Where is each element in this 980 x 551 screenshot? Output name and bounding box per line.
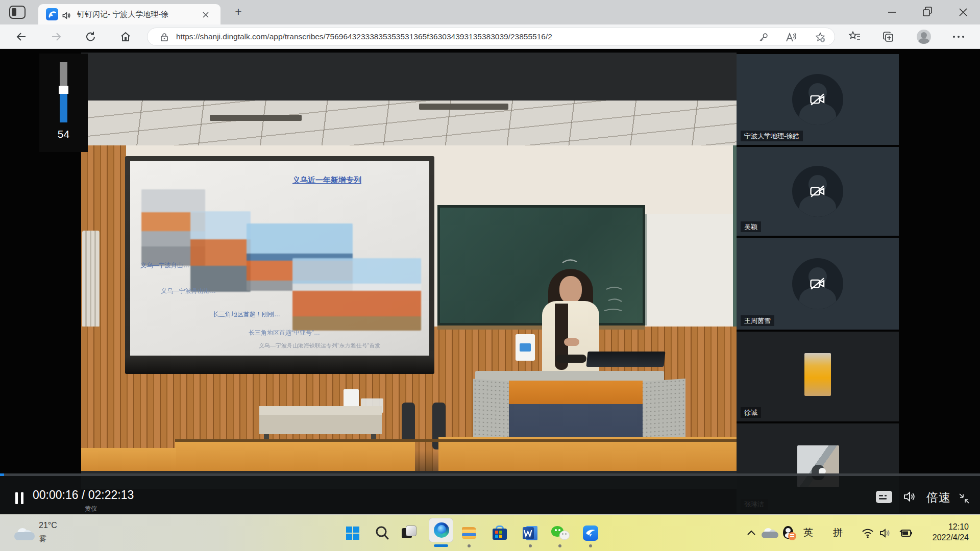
password-key-icon[interactable] [758, 32, 769, 45]
slide-caption: 义乌—宁波舟山港海铁联运专列“东方雅仕号”首发 [259, 342, 380, 349]
slide-photo-train [292, 258, 421, 331]
weather-temp: 21°C [39, 521, 57, 530]
wifi-icon[interactable] [861, 527, 875, 541]
browser-tab[interactable]: 钉钉闪记- 宁波大学地理-徐 [38, 4, 220, 24]
volume-osd: 54 [39, 54, 88, 152]
clock-date: 2022/4/24 [933, 532, 969, 543]
camera-off-icon [809, 91, 826, 108]
volume-slider-track[interactable] [60, 62, 67, 86]
progress-fill [0, 473, 4, 476]
url-text: https://shanji.dingtalk.com/app/transcri… [176, 32, 687, 41]
forward-button[interactable] [50, 31, 62, 43]
playback-speed-button[interactable]: 倍速 [926, 490, 951, 506]
volume-slider-thumb[interactable] [59, 86, 68, 94]
dingtalk-icon[interactable] [580, 523, 601, 543]
tab-title: 钉钉闪记- 宁波大学地理-徐 [77, 10, 200, 20]
projection-screen: 义乌近一年新增专列 义乌—宁波舟山… 义乌—宁波舟山港… 长三角地区首趟！刚刚…… [125, 156, 434, 374]
tab-audio-icon[interactable] [62, 11, 71, 22]
presenter-face [559, 276, 582, 304]
player-volume-icon[interactable] [902, 490, 916, 506]
refresh-button[interactable] [85, 31, 97, 43]
collapse-view-icon[interactable] [958, 492, 971, 507]
chalk-tray [437, 325, 645, 330]
participant-tile[interactable]: 王周茵雪 [737, 238, 899, 330]
start-button[interactable] [342, 523, 363, 543]
microsoft-store-icon[interactable] [489, 523, 510, 543]
desk-front [259, 415, 382, 434]
participant-avatar [792, 74, 843, 125]
slide-headline: 长三角地区首趟！刚刚… [213, 310, 280, 319]
clock-time: 12:10 [933, 521, 969, 532]
pause-button[interactable] [15, 492, 27, 506]
desktop-screen: 钉钉闪记- 宁波大学地理-徐 + [0, 0, 980, 551]
progress-bar[interactable] [0, 473, 980, 476]
wechat-icon[interactable] [550, 523, 570, 543]
battery-icon[interactable] [896, 528, 913, 541]
subtitles-button[interactable] [876, 491, 892, 503]
ime-english-indicator[interactable]: 英 [803, 526, 813, 539]
participant-avatar [792, 258, 843, 309]
volume-slider-fill[interactable] [60, 94, 67, 122]
participant-tile[interactable]: 徐诚 [737, 332, 899, 421]
edge-active-indicator [434, 544, 448, 547]
slide-headline: 长三角地区首趟“中亚号”… [249, 329, 320, 337]
slide-headline: 义乌—宁波舟山港… [161, 287, 216, 295]
search-icon[interactable] [372, 523, 393, 543]
window-minimize-button[interactable] [879, 0, 904, 24]
tab-actions-icon[interactable] [9, 6, 26, 19]
window-close-button[interactable] [950, 0, 976, 24]
weather-cloud-icon [14, 527, 37, 541]
blackboard [437, 205, 645, 325]
ime-pinyin-indicator[interactable]: 拼 [833, 526, 843, 539]
word-icon[interactable] [520, 523, 541, 543]
front-desk [81, 448, 176, 471]
lock-icon[interactable] [160, 32, 169, 44]
desk-top [259, 406, 382, 415]
qq-icon[interactable] [782, 526, 797, 541]
edge-taskbar-active-bg[interactable] [429, 518, 453, 542]
edge-icon [434, 522, 449, 538]
video-player[interactable]: 义乌近一年新增专列 义乌—宁波舟山… 义乌—宁波舟山港… 长三角地区首趟！刚刚…… [81, 53, 737, 489]
task-view-icon[interactable] [399, 523, 419, 543]
ceiling-light [210, 115, 302, 121]
podium-orange-band [509, 381, 643, 404]
participant-avatar [792, 166, 843, 217]
collections-icon[interactable] [881, 30, 895, 43]
back-button[interactable] [15, 31, 28, 43]
tissue-box [516, 334, 535, 361]
front-desk [175, 441, 415, 471]
participant-name: 徐诚 [741, 407, 761, 418]
settings-menu-icon[interactable] [951, 36, 965, 38]
tray-volume-icon[interactable] [879, 527, 893, 541]
profile-avatar[interactable] [917, 30, 931, 44]
slide-title: 义乌近一年新增专列 [292, 176, 361, 185]
weather-condition: 雾 [39, 534, 46, 544]
whiteboard [645, 214, 734, 325]
add-favorite-star-icon[interactable] [814, 32, 826, 45]
address-bar[interactable]: https://shanji.dingtalk.com/app/transcri… [147, 28, 835, 46]
camera-off-icon [809, 275, 826, 292]
tab-close-icon[interactable] [201, 10, 211, 20]
new-tab-button[interactable]: + [231, 5, 246, 19]
subtitle-speaker-tag: 黄仪 [85, 505, 97, 513]
weather-widget[interactable]: 21°C 雾 [9, 517, 101, 549]
participant-tile[interactable]: 吴颖 [737, 147, 899, 236]
window-restore-button[interactable] [915, 0, 940, 24]
classroom-ceiling [81, 101, 737, 145]
ceiling-light [419, 104, 508, 110]
tray-expand-chevron[interactable] [745, 528, 757, 541]
favorites-hub-icon[interactable] [848, 30, 862, 43]
home-button[interactable] [119, 31, 132, 43]
volume-level-value: 54 [39, 128, 88, 140]
read-aloud-icon[interactable] [785, 32, 797, 45]
onedrive-cloud-icon[interactable] [762, 528, 780, 539]
slide-headline: 义乌—宁波舟山… [140, 261, 189, 270]
slide-photo-train [190, 211, 251, 292]
file-explorer-icon[interactable] [459, 523, 479, 543]
dingtalk-favicon-icon [46, 8, 58, 20]
taskbar: 21°C 雾 [0, 514, 980, 551]
front-desk [438, 437, 737, 471]
participant-tile[interactable]: 宁波大学地理-徐皓 [737, 54, 899, 145]
running-indicator [589, 544, 592, 547]
taskbar-clock[interactable]: 12:10 2022/4/24 [933, 521, 969, 543]
